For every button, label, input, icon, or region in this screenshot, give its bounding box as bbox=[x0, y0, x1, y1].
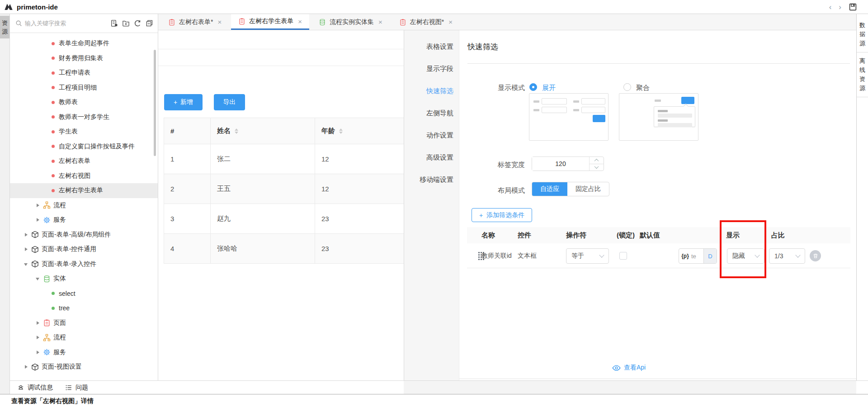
new-folder-icon[interactable] bbox=[122, 19, 130, 27]
tree-item[interactable]: 财务费用归集表 bbox=[10, 51, 158, 66]
menu-item-table-settings[interactable]: 表格设置 bbox=[404, 36, 459, 58]
tree-item[interactable]: 实体 bbox=[10, 271, 158, 286]
save-icon[interactable] bbox=[849, 3, 857, 11]
menu-item-advanced-settings[interactable]: 高级设置 bbox=[404, 147, 459, 169]
chevron-down-icon bbox=[599, 252, 604, 257]
tree-item-selected[interactable]: 左树右学生表单 bbox=[10, 183, 158, 198]
tab-document[interactable]: 左树右视图* × bbox=[392, 14, 460, 30]
chevron-down-icon[interactable] bbox=[24, 261, 29, 267]
nav-forward-icon[interactable]: › bbox=[839, 3, 841, 11]
table-row[interactable]: 4 张哈哈 23 bbox=[164, 234, 404, 264]
default-value-button[interactable]: D bbox=[703, 249, 717, 263]
chevron-right-icon[interactable] bbox=[35, 217, 41, 223]
tree-item[interactable]: 页面 bbox=[10, 316, 158, 331]
tree-item[interactable]: 左树右表单 bbox=[10, 154, 158, 169]
menu-item-mobile-settings[interactable]: 移动端设置 bbox=[404, 169, 459, 191]
radio-aggregate[interactable] bbox=[623, 83, 631, 91]
menu-item-display-fields[interactable]: 显示字段 bbox=[404, 58, 459, 80]
chevron-right-icon[interactable] bbox=[24, 364, 29, 370]
tree-item[interactable]: 页面-表单-高级/布局组件 bbox=[10, 228, 158, 242]
tree-item-label: 教师表一对多学生 bbox=[59, 113, 109, 121]
tree-item[interactable]: 页面-表单-录入控件 bbox=[10, 257, 158, 272]
close-icon[interactable]: × bbox=[448, 18, 453, 26]
cell-age: 12 bbox=[315, 144, 404, 174]
debug-info-button[interactable]: 调试信息 bbox=[17, 384, 53, 392]
segment-fixed-ratio[interactable]: 固定占比 bbox=[567, 182, 609, 196]
radio-expand[interactable] bbox=[529, 83, 537, 91]
tree-item[interactable]: 教师表一对多学生 bbox=[10, 110, 158, 125]
database-icon bbox=[43, 275, 51, 283]
close-icon[interactable]: × bbox=[217, 18, 222, 26]
tree-item[interactable]: 自定义窗口操作按钮及事件 bbox=[10, 139, 158, 154]
stepper-up-icon[interactable] bbox=[590, 157, 604, 164]
chevron-right-icon[interactable] bbox=[35, 320, 41, 326]
tree-item[interactable]: 服务 bbox=[10, 213, 158, 228]
tree-item[interactable]: 页面-视图设置 bbox=[10, 360, 158, 375]
close-icon[interactable]: × bbox=[298, 18, 302, 25]
cell-index: 1 bbox=[164, 144, 211, 174]
radio-expand-label[interactable]: 展开 bbox=[542, 84, 556, 92]
tree-item[interactable]: 教师表 bbox=[10, 95, 158, 110]
chevron-right-icon[interactable] bbox=[35, 350, 41, 355]
rail-tab-offline-resources[interactable]: 离线资源 bbox=[857, 52, 868, 97]
locate-file-icon[interactable] bbox=[110, 19, 118, 27]
package-icon bbox=[31, 260, 39, 268]
operator-select[interactable]: 等于 bbox=[566, 248, 609, 264]
tree-item-label: 财务费用归集表 bbox=[59, 54, 103, 62]
delete-row-icon[interactable] bbox=[810, 250, 821, 261]
tab-document[interactable]: 左树右表单* × bbox=[161, 14, 229, 30]
chevron-right-icon[interactable] bbox=[24, 232, 29, 237]
add-filter-condition-button[interactable]: + 添加筛选条件 bbox=[472, 208, 532, 222]
tree-item[interactable]: 表单生命周起事件 bbox=[10, 36, 158, 51]
stepper-down-icon[interactable] bbox=[590, 164, 604, 171]
tree-item[interactable]: tree bbox=[10, 301, 158, 316]
chevron-right-icon[interactable] bbox=[35, 203, 41, 208]
export-button[interactable]: 导出 bbox=[214, 94, 245, 110]
chevron-right-icon[interactable] bbox=[35, 335, 41, 340]
close-icon[interactable]: × bbox=[378, 18, 382, 26]
table-row[interactable]: 3 赵九 23 bbox=[164, 204, 404, 234]
label-width-input[interactable] bbox=[532, 157, 589, 171]
view-api-link[interactable]: 查看Api bbox=[612, 364, 646, 372]
table-row[interactable]: 1 张二 12 bbox=[164, 144, 404, 174]
search-input[interactable] bbox=[25, 20, 108, 27]
tree-item[interactable]: 服务 bbox=[10, 345, 158, 360]
tree-item[interactable]: 流程 bbox=[10, 198, 158, 213]
tree-item[interactable]: 流程 bbox=[10, 330, 158, 345]
locked-checkbox[interactable] bbox=[619, 252, 627, 260]
menu-item-quick-filter[interactable]: 快速筛选 bbox=[404, 80, 459, 102]
tree-item[interactable]: 工程项目明细 bbox=[10, 81, 158, 95]
tab-document[interactable]: 流程实例实体集 × bbox=[311, 14, 390, 30]
table-row[interactable]: 2 王五 12 bbox=[164, 174, 404, 204]
default-value-input[interactable]: te bbox=[691, 249, 703, 263]
radio-aggregate-label[interactable]: 聚合 bbox=[636, 84, 650, 92]
tree-item[interactable]: 工程申请表 bbox=[10, 66, 158, 81]
sort-icon[interactable] bbox=[339, 128, 343, 134]
nav-back-icon[interactable]: ‹ bbox=[829, 3, 832, 11]
column-header-age[interactable]: 年龄 bbox=[315, 118, 404, 144]
problems-button[interactable]: 问题 bbox=[65, 384, 88, 392]
ratio-select[interactable]: 1/3 bbox=[769, 248, 805, 264]
chevron-right-icon[interactable] bbox=[24, 247, 29, 252]
chevron-down-icon[interactable] bbox=[35, 276, 41, 281]
column-header-name[interactable]: 姓名 bbox=[211, 118, 315, 144]
display-select[interactable]: 隐藏 bbox=[727, 248, 764, 264]
rail-tab-datasource[interactable]: 数据源 bbox=[857, 17, 868, 52]
refresh-icon[interactable] bbox=[134, 19, 142, 27]
segment-adaptive[interactable]: 自适应 bbox=[532, 182, 567, 196]
resource-tree: 表单生命周起事件 财务费用归集表 工程申请表 工程项目明细 教师表 教师表一对多… bbox=[10, 33, 158, 380]
tree-item[interactable]: select bbox=[10, 286, 158, 301]
expand-mode-preview bbox=[529, 93, 609, 141]
tab-document-active[interactable]: 左树右学生表单 × bbox=[231, 14, 309, 30]
menu-item-left-nav[interactable]: 左侧导航 bbox=[404, 102, 459, 124]
tree-item[interactable]: 左树右视图 bbox=[10, 169, 158, 184]
tree-item[interactable]: 学生表 bbox=[10, 124, 158, 139]
tab-label: 流程实例实体集 bbox=[330, 18, 374, 26]
activity-tab-resources[interactable]: 资源 bbox=[0, 16, 9, 38]
sort-icon[interactable] bbox=[235, 128, 238, 134]
scrollbar[interactable] bbox=[154, 50, 156, 156]
collapse-panels-icon[interactable] bbox=[146, 19, 153, 27]
tree-item[interactable]: 页面-表单-控件通用 bbox=[10, 242, 158, 257]
add-record-button[interactable]: +新增 bbox=[164, 94, 203, 110]
menu-item-action-settings[interactable]: 动作设置 bbox=[404, 124, 459, 147]
